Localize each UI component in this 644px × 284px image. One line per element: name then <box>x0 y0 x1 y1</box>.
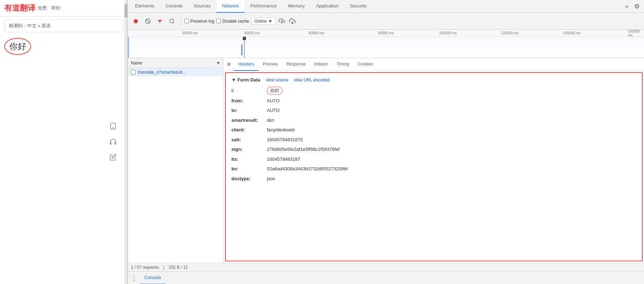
field-key-client: client: <box>231 126 267 134</box>
column-filter-icon[interactable]: ▼ <box>216 61 220 66</box>
tick-20000: 20000 ms <box>182 31 198 35</box>
devtools-tab-bar: Elements Console Sources Network Perform… <box>128 0 644 13</box>
request-checkbox[interactable] <box>131 70 136 75</box>
search-button[interactable] <box>167 16 177 26</box>
timeline-left-bar <box>128 37 129 58</box>
field-key-from: from: <box>231 97 267 104</box>
form-field-lts: lts: 1604578483187 <box>231 156 636 163</box>
field-key-salt: salt: <box>231 136 267 143</box>
devtools-panel: Elements Console Sources Network Perform… <box>128 0 644 284</box>
tab-timing[interactable]: Timing <box>332 58 353 71</box>
form-data-header: ▼ Form Data view source view URL encoded <box>231 77 636 83</box>
form-field-sign: sign: 278d605e5fe2af1e5ff98c1f59376fef <box>231 146 636 153</box>
request-item[interactable]: translate_o?smartresult... <box>128 68 223 76</box>
svg-point-4 <box>134 19 138 23</box>
view-source-link[interactable]: view source <box>266 78 288 83</box>
tab-security[interactable]: Security <box>344 0 372 13</box>
detect-bar: 检测到：中文 » 英语 <box>4 19 123 32</box>
tick-140000: 140000 ms <box>563 31 580 35</box>
record-button[interactable] <box>131 16 141 26</box>
logo-text: 有道翻译 <box>4 3 35 13</box>
field-key-lts: lts: <box>231 156 267 163</box>
field-value-doctype: json <box>267 175 275 182</box>
field-value-to: AUTO <box>267 107 280 114</box>
field-value-lts: 1604578483187 <box>267 156 300 163</box>
filter-button[interactable] <box>155 16 165 26</box>
disable-cache-checkbox[interactable] <box>216 19 221 23</box>
svg-point-1 <box>113 127 113 128</box>
field-key-sign: sign: <box>231 146 267 153</box>
size-info: 332 B / 12 <box>169 265 188 270</box>
close-detail-button[interactable]: ✕ <box>226 61 231 68</box>
field-key-doctype: doctype: <box>231 175 267 182</box>
clear-button[interactable] <box>143 16 153 26</box>
field-value-sign: 278d605e5fe2af1e5ff98c1f59376fef <box>267 146 340 153</box>
tab-headers[interactable]: Headers <box>234 58 258 71</box>
tab-response[interactable]: Response <box>282 58 310 71</box>
form-field-client: client: fanyideskweb <box>231 126 636 134</box>
tab-performance[interactable]: Performance <box>245 0 282 13</box>
form-data-title: ▼ Form Data <box>231 77 260 83</box>
logo-subtitle: 免费、即时 <box>38 5 61 11</box>
tick-80000: 80000 ms <box>378 31 394 35</box>
tick-120000: 120000 ms <box>501 31 519 35</box>
field-key-to: to: <box>231 107 267 114</box>
import-button[interactable] <box>278 17 286 25</box>
disable-cache-group[interactable]: Disable cache <box>216 19 249 24</box>
input-circled-text: 你好 <box>4 38 31 55</box>
tablet-icon[interactable] <box>107 120 119 132</box>
preserve-log-checkbox[interactable] <box>184 19 189 23</box>
throttle-label: Online <box>254 19 267 24</box>
requests-info: 1 / 57 requests <box>131 265 159 270</box>
tab-elements[interactable]: Elements <box>129 0 160 13</box>
console-tab-bar: ⋮ Console <box>128 271 644 284</box>
webpage-scrollbar[interactable] <box>124 0 127 284</box>
preserve-log-label: Preserve log <box>190 19 214 24</box>
tab-console[interactable]: Console <box>160 0 188 13</box>
console-tab-button[interactable]: Console <box>140 272 166 284</box>
form-field-bv: bv: 02a6ad4308a3443b3732d855273259bf <box>231 165 636 172</box>
tab-cookies[interactable]: Cookies <box>353 58 377 71</box>
console-dots-menu[interactable]: ⋮ <box>131 274 137 282</box>
tab-sources[interactable]: Sources <box>188 0 217 13</box>
request-list-panel: Name ▼ translate_o?smartresult... <box>128 58 224 263</box>
timeline-content <box>128 37 644 58</box>
export-button[interactable] <box>288 17 297 25</box>
timeline-ruler: 20000 ms 40000 ms 60000 ms 80000 ms 1000… <box>128 30 644 37</box>
headphones-icon[interactable] <box>107 136 119 147</box>
tick-40000: 40000 ms <box>244 31 259 35</box>
view-url-encoded-link[interactable]: view URL encoded <box>294 78 330 83</box>
tab-initiator[interactable]: Initiator <box>310 58 332 71</box>
svg-line-6 <box>146 19 149 23</box>
request-list-header: Name ▼ <box>128 58 223 68</box>
content-area: Name ▼ translate_o?smartresult... ✕ Head… <box>128 58 644 263</box>
field-key-smartresult: smartresult: <box>231 117 267 124</box>
tab-network[interactable]: Network <box>217 0 245 13</box>
settings-button[interactable]: ⚙ <box>631 0 643 13</box>
webpage-header: 有道翻译 免费、即时 <box>0 0 127 17</box>
timeline-bar <box>241 45 242 55</box>
field-value-smartresult: dict <box>267 117 274 124</box>
toolbar-sep-1 <box>180 18 181 25</box>
throttle-select[interactable]: Online ▼ <box>251 18 276 25</box>
timeline-area[interactable]: 20000 ms 40000 ms 60000 ms 80000 ms 1000… <box>128 30 644 58</box>
svg-point-7 <box>170 19 174 23</box>
separator: | <box>163 265 164 270</box>
request-detail-panel: ✕ Headers Preview Response Initiator Tim… <box>224 58 644 263</box>
tab-more-button[interactable]: » <box>622 0 631 13</box>
edit-icon[interactable] <box>107 152 119 163</box>
field-value-i: 你好 <box>267 87 282 95</box>
scrubber-handle[interactable] <box>243 37 246 40</box>
triangle-icon: ▼ <box>231 77 236 83</box>
field-value-from: AUTO <box>267 97 280 104</box>
preserve-log-group[interactable]: Preserve log <box>184 19 214 24</box>
timeline-scrubber[interactable] <box>244 37 245 58</box>
field-value-bv: 02a6ad4308a3443b3732d855273259bf <box>267 165 348 172</box>
network-toolbar: Preserve log Disable cache Online ▼ <box>128 13 644 30</box>
field-key-bv: bv: <box>231 165 267 172</box>
tab-application[interactable]: Application <box>310 0 345 13</box>
tab-preview[interactable]: Preview <box>258 58 282 71</box>
svg-rect-3 <box>115 143 116 144</box>
webpage-scrollbar-thumb[interactable] <box>124 4 127 18</box>
tab-memory[interactable]: Memory <box>282 0 310 13</box>
